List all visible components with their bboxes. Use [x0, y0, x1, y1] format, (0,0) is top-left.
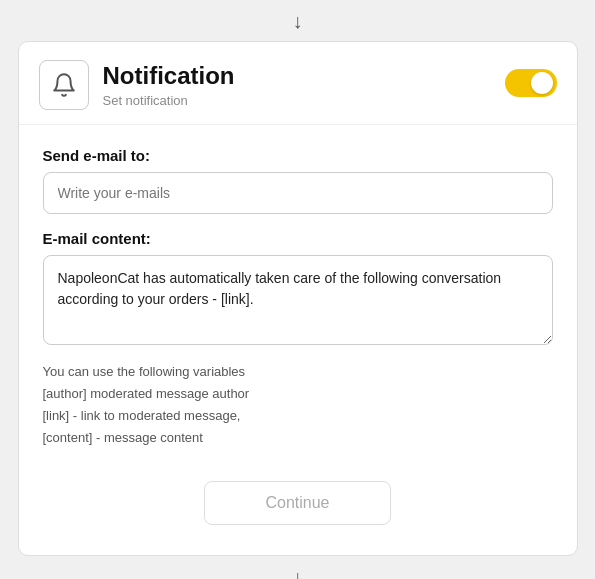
continue-button[interactable]: Continue: [204, 481, 390, 525]
email-content-section: E-mail content: NapoleonCat has automati…: [43, 230, 553, 349]
continue-btn-wrapper: Continue: [43, 481, 553, 525]
card-body: Send e-mail to: E-mail content: Napoleon…: [19, 125, 577, 535]
notification-subtitle: Set notification: [103, 93, 235, 108]
card-header: Notification Set notification: [19, 42, 577, 125]
bell-icon: [51, 72, 77, 98]
email-content-textarea[interactable]: NapoleonCat has automatically taken care…: [43, 255, 553, 345]
arrow-down-icon: ↓: [293, 10, 303, 33]
notification-title: Notification: [103, 62, 235, 91]
page-wrapper: ↓ Notification Set notification Send: [0, 0, 595, 579]
notification-card: Notification Set notification Send e-mai…: [18, 41, 578, 556]
arrow-down-bottom-icon: ↓: [293, 566, 303, 579]
helper-line-1: You can use the following variables: [43, 364, 246, 379]
toggle-knob: [531, 72, 553, 94]
bell-icon-box: [39, 60, 89, 110]
email-input[interactable]: [43, 172, 553, 214]
helper-line-4: [content] - message content: [43, 430, 203, 445]
toggle-container[interactable]: [505, 69, 557, 97]
email-content-label: E-mail content:: [43, 230, 553, 247]
helper-line-2: [author] moderated message author: [43, 386, 250, 401]
header-text: Notification Set notification: [103, 62, 235, 108]
notification-toggle[interactable]: [505, 69, 557, 97]
send-email-section: Send e-mail to:: [43, 147, 553, 214]
helper-line-3: [link] - link to moderated message,: [43, 408, 241, 423]
send-email-label: Send e-mail to:: [43, 147, 553, 164]
helper-text: You can use the following variables [aut…: [43, 361, 553, 449]
